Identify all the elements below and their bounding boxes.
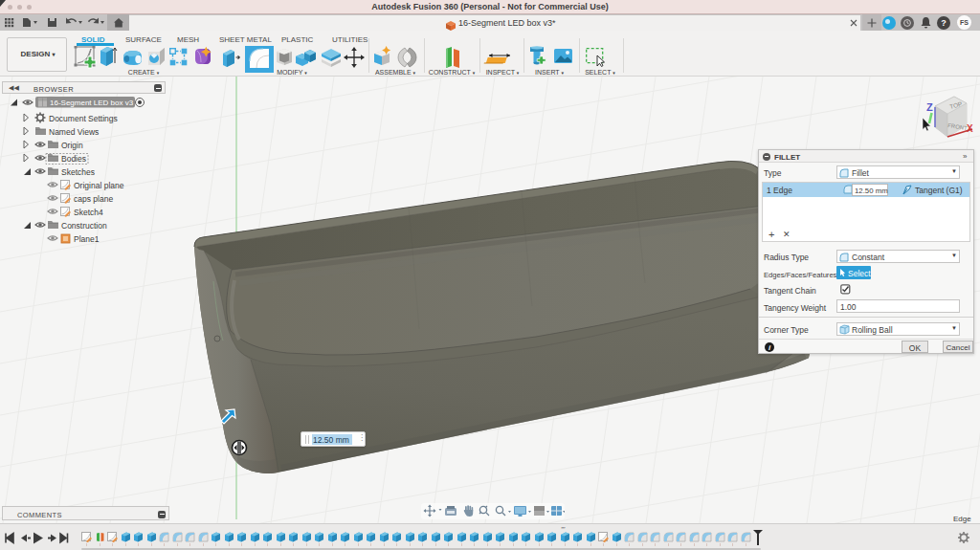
svg-text:Plane1: Plane1 xyxy=(74,234,100,244)
svg-text:Named Views: Named Views xyxy=(49,127,99,137)
svg-text:Sketch4: Sketch4 xyxy=(74,208,103,217)
svg-text:Original plane: Original plane xyxy=(74,181,124,190)
svg-text:Sketches: Sketches xyxy=(61,167,95,177)
svg-text:Z: Z xyxy=(926,101,933,113)
svg-text:X: X xyxy=(967,123,973,134)
svg-text:caps plane: caps plane xyxy=(74,194,113,204)
svg-text:16-Segment LED box v3: 16-Segment LED box v3 xyxy=(50,99,134,107)
svg-text:Construction: Construction xyxy=(61,221,107,231)
svg-text:Bodies: Bodies xyxy=(61,154,86,164)
svg-text:Document Settings: Document Settings xyxy=(49,114,118,123)
svg-text:Origin: Origin xyxy=(61,141,83,150)
